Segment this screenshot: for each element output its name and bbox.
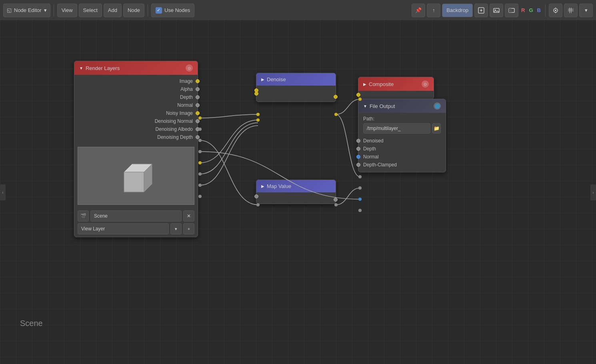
composite-input-row bbox=[358, 93, 434, 96]
scene-icon[interactable]: 🎬 bbox=[78, 210, 89, 222]
fileoutput-normal-row: Normal bbox=[358, 153, 446, 161]
svg-rect-6 bbox=[509, 8, 512, 12]
svg-point-23 bbox=[256, 113, 260, 116]
svg-point-8 bbox=[555, 10, 556, 11]
editor-type-icon: ◱ bbox=[7, 7, 12, 13]
render-layers-node[interactable]: ▼ Render Layers ⊙ Image Alpha Depth Norm… bbox=[74, 61, 198, 237]
denoise-body bbox=[256, 86, 336, 102]
output-normal-socket bbox=[196, 103, 200, 107]
fileoutput-title: File Output bbox=[370, 103, 395, 109]
select-menu[interactable]: Select bbox=[79, 4, 102, 17]
svg-point-25 bbox=[334, 113, 338, 116]
render-layers-title: Render Layers bbox=[86, 65, 120, 71]
output-noisy-image-socket bbox=[196, 111, 200, 115]
mapvalue-title: Map Value bbox=[267, 183, 291, 189]
output-denoising-depth: Denoising Depth bbox=[74, 133, 198, 141]
render-layers-collapse: ▼ bbox=[79, 66, 83, 70]
view-menu[interactable]: View bbox=[57, 4, 77, 17]
r-label: R bbox=[520, 7, 526, 13]
denoise-input-row-1 bbox=[256, 89, 336, 92]
output-normal: Normal bbox=[74, 101, 198, 109]
zoom-icon-btn[interactable] bbox=[474, 4, 488, 17]
render-layers-body: Image Alpha Depth Normal Noisy Image Den… bbox=[74, 75, 198, 144]
output-denoising-normal: Denoising Normal bbox=[74, 117, 198, 125]
mapvalue-node[interactable]: ▶ Map Value bbox=[256, 180, 336, 204]
viewlayer-dropdown-btn[interactable]: ▾ bbox=[170, 223, 182, 234]
svg-point-20 bbox=[198, 172, 202, 176]
alpha-view-btn[interactable] bbox=[505, 4, 518, 17]
mapvalue-header: ▶ Map Value bbox=[256, 180, 336, 192]
up-button[interactable]: ↑ bbox=[427, 4, 440, 17]
cube-preview-svg bbox=[116, 154, 156, 198]
separator-2 bbox=[148, 4, 148, 16]
preview-container bbox=[74, 144, 198, 208]
fileoutput-denoised-label: Denoised bbox=[363, 138, 384, 144]
output-denoising-albedo: Denoising Albedo bbox=[74, 125, 198, 133]
grid-button[interactable] bbox=[564, 4, 578, 17]
svg-point-21 bbox=[198, 184, 202, 187]
denoise-input-row-2 bbox=[256, 92, 336, 95]
snap-button[interactable] bbox=[549, 4, 562, 17]
pin-button[interactable]: 📌 bbox=[412, 4, 425, 17]
composite-icon: ⊙ bbox=[422, 80, 429, 88]
g-label: G bbox=[528, 7, 534, 13]
editor-type-selector[interactable]: ◱ Node Editor ▾ bbox=[3, 4, 50, 17]
grid-icon bbox=[568, 7, 574, 14]
fileoutput-title-group: ▼ File Output bbox=[363, 103, 395, 109]
output-image: Image bbox=[74, 77, 198, 85]
fileoutput-denoised-socket bbox=[356, 139, 360, 143]
path-row: 📁 bbox=[363, 123, 441, 134]
output-alpha-socket bbox=[196, 87, 200, 91]
scene-close-btn[interactable]: ✕ bbox=[183, 210, 194, 222]
mapvalue-title-group: ▶ Map Value bbox=[261, 183, 291, 189]
composite-node[interactable]: ▶ Composite ⊙ bbox=[358, 77, 434, 99]
scene-label: Scene bbox=[20, 319, 43, 328]
alpha-icon bbox=[508, 7, 515, 14]
use-nodes-checkbox: ✓ bbox=[156, 7, 162, 14]
denoise-header: ▶ Denoise bbox=[256, 73, 336, 86]
scene-input[interactable] bbox=[90, 210, 182, 222]
right-collapse-arrow[interactable]: › bbox=[590, 184, 596, 200]
mapvalue-collapse: ▶ bbox=[261, 184, 264, 188]
editor-type-chevron: ▾ bbox=[44, 7, 47, 13]
zoom-icon bbox=[478, 7, 484, 14]
fileoutput-depthclamped-socket bbox=[356, 163, 360, 167]
node-menu[interactable]: Node bbox=[123, 4, 144, 17]
render-layers-icon: ⊙ bbox=[186, 64, 193, 72]
svg-point-32 bbox=[334, 203, 338, 206]
mapvalue-body bbox=[256, 192, 336, 204]
path-browse-btn[interactable]: 📁 bbox=[432, 123, 441, 134]
svg-point-29 bbox=[358, 198, 362, 201]
output-image-label: Image bbox=[180, 78, 193, 84]
output-denoising-depth-label: Denoising Depth bbox=[157, 134, 193, 140]
viewlayer-add-btn[interactable]: + bbox=[183, 223, 194, 234]
fileoutput-denoised-row: Denoised bbox=[358, 137, 446, 145]
node-scene-controls: 🎬 ✕ ▾ + bbox=[74, 208, 198, 237]
denoise-node[interactable]: ▶ Denoise bbox=[256, 73, 336, 102]
node-canvas[interactable]: ‹ › bbox=[0, 21, 596, 364]
output-denoising-normal-label: Denoising Normal bbox=[155, 118, 193, 124]
path-input[interactable] bbox=[363, 123, 430, 134]
output-image-socket bbox=[196, 79, 200, 83]
render-layers-header: ▼ Render Layers ⊙ bbox=[74, 61, 198, 75]
grid-dropdown[interactable]: ▾ bbox=[579, 4, 593, 17]
output-depth-socket bbox=[196, 95, 200, 99]
image-icon bbox=[493, 7, 500, 14]
fileoutput-normal-socket bbox=[356, 155, 360, 159]
header-right: 📌 ↑ Backdrop R G B bbox=[412, 4, 593, 17]
use-nodes-toggle[interactable]: ✓ Use Nodes bbox=[151, 4, 194, 17]
separator-1 bbox=[54, 4, 54, 16]
fileoutput-header: ▼ File Output 🌐 bbox=[358, 99, 446, 113]
viewlayer-input[interactable] bbox=[78, 223, 169, 234]
composite-header: ▶ Composite ⊙ bbox=[358, 77, 434, 91]
output-denoising-albedo-socket bbox=[196, 127, 200, 131]
add-menu[interactable]: Add bbox=[104, 4, 122, 17]
left-collapse-arrow[interactable]: ‹ bbox=[0, 184, 6, 200]
backdrop-button[interactable]: Backdrop bbox=[442, 4, 473, 17]
fileoutput-node[interactable]: ▼ File Output 🌐 Path: 📁 Denoised Depth N… bbox=[358, 99, 446, 172]
snap-icon bbox=[552, 7, 559, 14]
image-view-btn[interactable] bbox=[490, 4, 503, 17]
svg-point-15 bbox=[198, 116, 202, 120]
output-normal-label: Normal bbox=[177, 102, 193, 108]
b-label: B bbox=[536, 7, 542, 13]
